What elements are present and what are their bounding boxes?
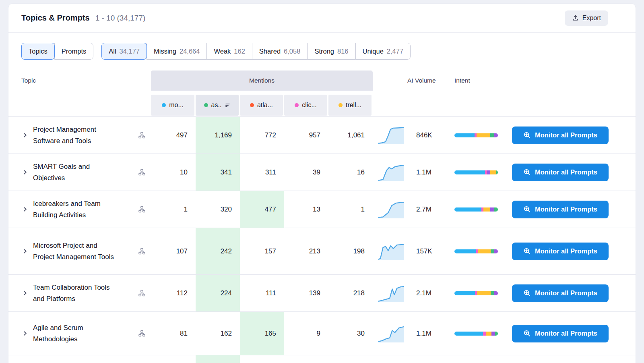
expand-chevron-icon[interactable] xyxy=(22,169,28,175)
intent-segment xyxy=(477,291,490,295)
column-header-ai-volume: AI Volume xyxy=(373,71,451,91)
highlight-cell xyxy=(196,355,240,363)
mention-column-header-1[interactable]: as.. xyxy=(196,95,239,116)
intent-distribution-bar xyxy=(454,207,498,212)
sort-icon xyxy=(225,103,230,108)
monitor-all-prompts-button[interactable]: Monitor all Prompts xyxy=(512,127,609,144)
topic-tree-icon[interactable] xyxy=(138,290,145,297)
mention-column-header-0[interactable]: mo... xyxy=(151,95,194,116)
intent-cell xyxy=(451,312,510,355)
topic-tree-icon[interactable] xyxy=(138,248,145,255)
mentions-cell: 16 xyxy=(328,154,373,191)
action-cell: Monitor all Prompts xyxy=(510,228,636,274)
intent-segment xyxy=(494,291,498,295)
topic-cell: Agile and Scrum Methodologies xyxy=(8,312,151,355)
intent-distribution-bar xyxy=(454,291,498,295)
mentions-cell: 311 xyxy=(240,154,284,191)
monitor-button-label: Monitor all Prompts xyxy=(535,131,597,139)
expand-chevron-icon[interactable] xyxy=(22,132,28,138)
mentions-cell: 198 xyxy=(328,228,373,274)
filter-tab-missing[interactable]: Missing 24,664 xyxy=(147,43,207,60)
filter-tab-strong[interactable]: Strong 816 xyxy=(307,43,355,60)
ai-volume-sparkline xyxy=(378,284,404,302)
topic-cell: Project Management Software and Tools xyxy=(8,117,151,153)
table-row: Project Management Software and Tools 49… xyxy=(8,116,636,153)
export-button[interactable]: Export xyxy=(565,10,608,26)
topic-name[interactable]: Icebreakers and Team Building Activities xyxy=(33,198,120,221)
mention-column-header-4[interactable]: trell... xyxy=(328,95,372,116)
monitor-all-prompts-button[interactable]: Monitor all Prompts xyxy=(512,325,609,342)
mentions-cell: 81 xyxy=(151,312,196,355)
mention-column-header-2[interactable]: atla... xyxy=(240,95,283,116)
intent-distribution-bar xyxy=(454,133,498,137)
monitor-button-label: Monitor all Prompts xyxy=(535,168,597,176)
mentions-cell: 111 xyxy=(240,275,284,311)
ai-volume-sparkline xyxy=(378,243,404,260)
mentions-cell: 9 xyxy=(284,312,328,355)
topic-tree-icon[interactable] xyxy=(138,132,145,139)
filter-tab-shared[interactable]: Shared 6,058 xyxy=(252,43,308,60)
action-cell: Monitor all Prompts xyxy=(510,275,636,311)
ai-volume-cell: 1.1M xyxy=(373,154,451,191)
ai-volume-cell: 2.1M xyxy=(373,275,451,311)
topic-cell: SMART Goals and Objectives xyxy=(8,154,151,191)
mentions-cell: 497 xyxy=(151,117,196,153)
ai-volume-value: 157K xyxy=(416,247,432,255)
monitor-all-prompts-button[interactable]: Monitor all Prompts xyxy=(512,284,609,302)
ai-volume-sparkline xyxy=(378,325,404,342)
intent-segment xyxy=(490,207,495,212)
expand-chevron-icon[interactable] xyxy=(22,206,28,212)
monitor-all-prompts-button[interactable]: Monitor all Prompts xyxy=(512,201,609,218)
action-cell: Monitor all Prompts xyxy=(510,191,636,228)
mentions-cell: 30 xyxy=(328,312,373,355)
topic-tree-icon[interactable] xyxy=(138,206,145,213)
intent-segment xyxy=(495,332,497,336)
ai-volume-value: 846K xyxy=(416,131,432,139)
ai-volume-cell: 2.7M xyxy=(373,191,451,228)
topic-tree-icon[interactable] xyxy=(138,330,145,337)
mentions-cell: 162 xyxy=(196,312,240,355)
topic-name[interactable]: Team Collaboration Tools and Platforms xyxy=(33,282,120,305)
monitor-button-label: Monitor all Prompts xyxy=(535,205,597,213)
mentions-cell: 224 xyxy=(196,275,240,311)
page-title: Topics & Prompts xyxy=(21,13,90,23)
table-row: Icebreakers and Team Building Activities… xyxy=(8,191,636,228)
mentions-cell: 477 xyxy=(240,191,284,228)
mentions-cell: 39 xyxy=(284,154,328,191)
monitor-all-prompts-button[interactable]: Monitor all Prompts xyxy=(512,243,609,260)
mentions-cell: 165 xyxy=(240,312,284,355)
intent-segment xyxy=(477,133,490,137)
topic-name[interactable]: SMART Goals and Objectives xyxy=(33,161,120,184)
intent-segment xyxy=(494,249,498,253)
topic-name[interactable]: Microsoft Project and Project Management… xyxy=(33,240,120,263)
topic-name[interactable]: Agile and Scrum Methodologies xyxy=(33,322,120,345)
intent-distribution-bar xyxy=(454,332,498,336)
expand-chevron-icon[interactable] xyxy=(22,290,28,296)
mentions-cell: 112 xyxy=(151,275,196,311)
competitor-dot xyxy=(162,103,166,107)
filter-tab-all[interactable]: All 34,177 xyxy=(101,43,147,60)
mentions-cell: 957 xyxy=(284,117,328,153)
tab-prompts[interactable]: Prompts xyxy=(54,43,93,60)
monitor-button-label: Monitor all Prompts xyxy=(535,330,597,337)
intent-segment xyxy=(491,249,495,253)
ai-volume-value: 1.1M xyxy=(416,168,431,176)
mentions-cell: 107 xyxy=(151,228,196,274)
filter-tab-unique[interactable]: Unique 2,477 xyxy=(355,43,411,60)
intent-segment xyxy=(490,133,495,137)
mentions-cell: 242 xyxy=(196,228,240,274)
filter-tab-weak[interactable]: Weak 162 xyxy=(206,43,252,60)
intent-cell xyxy=(451,228,510,274)
panel-header: Topics & Prompts 1 - 10 (34,177) Export xyxy=(8,4,636,33)
tab-topics[interactable]: Topics xyxy=(21,43,55,60)
topic-name[interactable]: Project Management Software and Tools xyxy=(33,124,120,147)
table-row: SMART Goals and Objectives 10 341 311 39… xyxy=(8,153,636,191)
mention-column-header-3[interactable]: clic... xyxy=(284,95,327,116)
monitor-all-prompts-button[interactable]: Monitor all Prompts xyxy=(512,164,609,181)
expand-chevron-icon[interactable] xyxy=(22,248,28,254)
topic-tree-icon[interactable] xyxy=(138,169,145,176)
intent-segment xyxy=(483,207,490,212)
column-header-intent: Intent xyxy=(451,71,510,91)
filter-bar: Topics Prompts All 34,177 Missing 24,664… xyxy=(8,33,636,71)
expand-chevron-icon[interactable] xyxy=(22,330,28,336)
